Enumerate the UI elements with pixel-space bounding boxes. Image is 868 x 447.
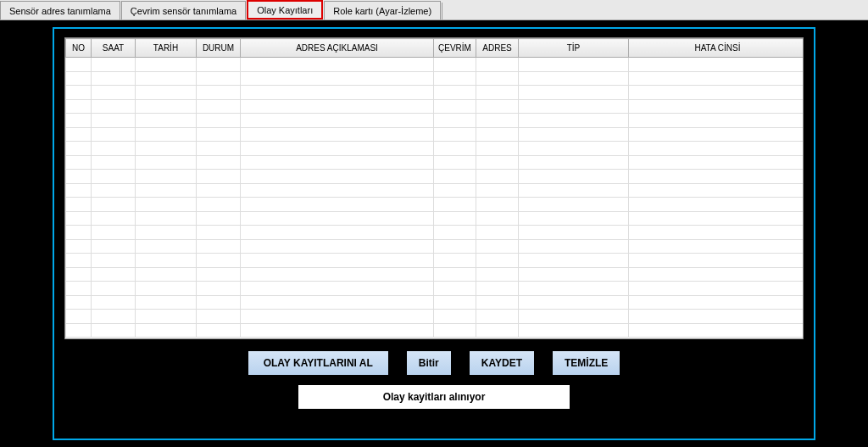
th-no[interactable]: NO [66,39,92,58]
table-row[interactable] [66,127,804,142]
table-row[interactable] [66,114,804,128]
table-row[interactable] [66,142,804,156]
table-body [66,58,804,338]
save-button[interactable]: KAYDET [468,349,536,377]
main-window: Sensör adres tanımlama Çevrim sensör tan… [0,0,868,447]
th-saat[interactable]: SAAT [92,39,136,58]
table-row[interactable] [66,183,804,198]
tab-role-karti[interactable]: Role kartı (Ayar-İzleme) [324,1,441,20]
table-row[interactable] [66,254,804,268]
panel: NO SAAT TARİH DURUM ADRES AÇIKLAMASI ÇEV… [53,27,815,440]
table-row[interactable] [66,239,804,254]
th-adres-aciklamasi[interactable]: ADRES AÇIKLAMASI [241,39,434,58]
table-row[interactable] [66,58,804,72]
status-message: Olay kayitları alınıyor [298,385,570,409]
table-row[interactable] [66,323,804,338]
table-row[interactable] [66,267,804,282]
get-records-button[interactable]: OLAY KAYITLARINI AL [247,349,390,377]
status-row: Olay kayitları alınıyor [64,385,804,409]
table-row[interactable] [66,198,804,212]
table-row[interactable] [66,295,804,310]
table-row[interactable] [66,71,804,86]
table-row[interactable] [66,310,804,324]
tab-olay-kayitlari[interactable]: Olay Kayıtları [247,0,323,20]
th-cevrim[interactable]: ÇEVRİM [434,39,476,58]
tab-separator [442,3,442,20]
th-tip[interactable]: TİP [519,39,629,58]
table-header-row: NO SAAT TARİH DURUM ADRES AÇIKLAMASI ÇEV… [66,39,804,58]
th-tarih[interactable]: TARİH [136,39,197,58]
clear-button[interactable]: TEMİZLE [551,349,621,377]
tab-cevrim-sensor[interactable]: Çevrim sensör tanımlama [121,1,246,20]
table-row[interactable] [66,211,804,226]
table-row[interactable] [66,86,804,100]
tab-sensor-address[interactable]: Sensör adres tanımlama [0,1,120,20]
button-row: OLAY KAYITLARINI AL Bitir KAYDET TEMİZLE [64,349,804,377]
table-row[interactable] [66,99,804,114]
finish-button[interactable]: Bitir [405,349,453,377]
th-adres[interactable]: ADRES [476,39,519,58]
table-row[interactable] [66,282,804,296]
event-log-table: NO SAAT TARİH DURUM ADRES AÇIKLAMASI ÇEV… [65,38,804,338]
table-row[interactable] [66,226,804,240]
tab-bar: Sensör adres tanımlama Çevrim sensör tan… [0,0,868,20]
table-row[interactable] [66,170,804,184]
th-hata-cinsi[interactable]: HATA CİNSİ [629,39,804,58]
table-wrap: NO SAAT TARİH DURUM ADRES AÇIKLAMASI ÇEV… [64,37,804,339]
content-area: NO SAAT TARİH DURUM ADRES AÇIKLAMASI ÇEV… [0,20,868,447]
th-durum[interactable]: DURUM [197,39,241,58]
table-row[interactable] [66,155,804,170]
